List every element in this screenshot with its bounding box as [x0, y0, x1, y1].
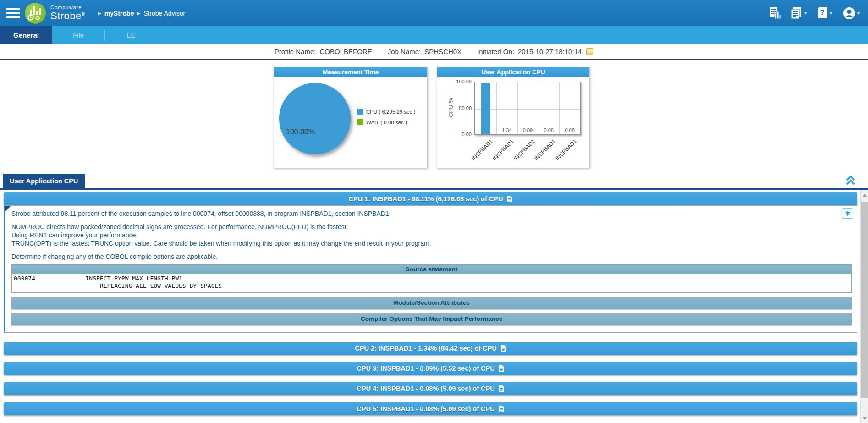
help-book-icon[interactable]: ? ▾	[817, 7, 832, 20]
cpu-3-header[interactable]: CPU 3: INSPBAD1 - 0.09% (5.52 sec) of CP…	[4, 362, 857, 375]
module-section-attributes-bar[interactable]: Module/Section Attributes	[11, 297, 852, 309]
cpu-1-body: ✱ Strobe attributed 98.11 percent of the…	[4, 205, 857, 333]
registered-mark: ®	[82, 11, 85, 16]
document-icon[interactable]	[499, 405, 505, 412]
advisory-line: Using RENT can improve your performance.	[11, 231, 852, 239]
advisory-line: Determine if changing any of the COBOL c…	[11, 253, 852, 261]
document-icon[interactable]	[499, 385, 505, 392]
cpu-collapsed-header-label: CPU 4: INSPBAD1 - 0.08% (5.09 sec) of CP…	[357, 382, 494, 395]
gear-icon: ⚙	[35, 15, 41, 21]
advisory-line: TRUNC(OPT) is the fastest TRUNC option v…	[11, 239, 852, 247]
scrollbar-thumb[interactable]	[861, 202, 868, 398]
initiated-on-value: 2015-10-27 18:10:14	[518, 48, 582, 55]
x-axis-category-label: INSPBAD1	[533, 138, 557, 162]
collapse-all-icon[interactable]	[845, 175, 856, 186]
cpu-collapsed-header-label: CPU 3: INSPBAD1 - 0.09% (5.52 sec) of CP…	[357, 362, 494, 375]
source-statement-header: Source statement	[12, 265, 851, 274]
advisory-line	[11, 218, 852, 223]
gridline	[496, 82, 497, 134]
pie-chart: 100.00% CPU ( 6,295.29 sec ) WAIT ( 0.00…	[274, 77, 427, 168]
y-tick-0: 0.00	[451, 132, 472, 137]
strobe-advisor-page: ⚙ ⚙ Compuware Strobe® ▶ myStrobe ▶ Strob…	[0, 0, 868, 423]
tab-file[interactable]: File	[52, 26, 104, 44]
brand-text: Compuware Strobe®	[50, 5, 85, 21]
vertical-scrollbar[interactable]	[860, 190, 868, 423]
cpu-details-panel: CPU 1: INSPBAD1 - 98.11% (6,176.08 sec) …	[0, 190, 868, 423]
breadcrumb-strobe-advisor[interactable]: Strobe Advisor	[143, 10, 185, 17]
gridline	[517, 82, 518, 134]
cpu-collapsed-header-label: CPU 5: INSPBAD1 - 0.08% (5.09 sec) of CP…	[357, 402, 494, 415]
cpu-1-header-label: CPU 1: INSPBAD1 - 98.11% (6,176.08 sec) …	[349, 192, 503, 205]
document-icon[interactable]	[500, 345, 506, 352]
cpu-4-header[interactable]: CPU 4: INSPBAD1 - 0.08% (5.09 sec) of CP…	[4, 382, 857, 395]
cpu-collapsed-header-label: CPU 2: INSPBAD1 - 1.34% (84.42 sec) of C…	[355, 342, 496, 355]
breadcrumb-mystrobe[interactable]: myStrobe	[104, 10, 134, 17]
pie-data-label: 100.00%	[286, 128, 315, 136]
document-icon[interactable]	[506, 195, 512, 203]
source-statement-body: 000074 INSPECT PYPW-MAX-LENGTH-PW1 REPLA…	[12, 274, 851, 292]
tab-general[interactable]: General	[0, 26, 52, 44]
breadcrumb-arrow-icon: ▶	[137, 11, 140, 16]
bar-chart: CPU % 100.00 50.00 0.00 1.340.090.080.08…	[437, 77, 589, 168]
x-axis-category-label: INSPBAD1	[491, 138, 515, 162]
user-application-cpu-title: User Application CPU	[437, 67, 589, 77]
top-header: ⚙ ⚙ Compuware Strobe® ▶ myStrobe ▶ Strob…	[0, 0, 868, 26]
chevron-down-icon: ▾	[804, 11, 807, 16]
measurement-time-panel: Measurement Time 100.00% CPU ( 6,295.29 …	[274, 67, 428, 168]
advisory-line	[11, 247, 852, 253]
legend-label-cpu: CPU ( 6,295.29 sec )	[366, 109, 415, 115]
bar-plot: 1.340.090.080.08	[474, 82, 581, 135]
compiler-options-bar[interactable]: Compiler Options That May Impact Perform…	[11, 313, 852, 325]
bar-value-label: 0.09	[517, 127, 538, 133]
breadcrumb: ▶ myStrobe ▶ Strobe Advisor	[98, 10, 185, 17]
advisory-text: Strobe attributed 98.11 percent of the e…	[11, 209, 852, 261]
job-name-value: SPHSCH0X	[424, 48, 461, 55]
profile-name-value: COBOLBEFORE	[320, 48, 372, 55]
gridline	[538, 82, 538, 134]
initiated-on-label: Initiated On:	[477, 48, 514, 55]
bar-value-label: 0.08	[538, 127, 559, 133]
x-axis-category-label: INSPBAD1	[554, 138, 578, 162]
report-chart-icon[interactable]	[769, 7, 781, 20]
document-icon[interactable]	[499, 365, 505, 372]
chevron-down-icon: ▾	[857, 11, 860, 16]
scroll-up-button[interactable]	[861, 192, 868, 199]
tab-le[interactable]: LE	[105, 26, 157, 44]
report-list-icon[interactable]: ▾	[791, 7, 807, 20]
bar-cpu-1	[481, 83, 490, 134]
x-axis-category-label: INSPBAD1	[512, 138, 536, 162]
header-icon-group: ▾ ? ▾ ▾	[769, 6, 860, 20]
collapsed-cpu-list: CPU 2: INSPBAD1 - 1.34% (84.42 sec) of C…	[4, 342, 857, 415]
breadcrumb-arrow-icon: ▶	[98, 11, 101, 16]
profile-name-label: Profile Name:	[275, 48, 316, 55]
gridline	[475, 109, 580, 110]
pie-slice-cpu	[279, 83, 351, 154]
cpu-5-header[interactable]: CPU 5: INSPBAD1 - 0.08% (5.09 sec) of CP…	[4, 402, 857, 415]
legend-item-cpu: CPU ( 6,295.29 sec )	[357, 109, 415, 115]
note-icon[interactable]	[586, 48, 593, 55]
legend-swatch-cpu	[357, 109, 363, 115]
brand-compuware: Compuware	[50, 5, 85, 10]
legend-label-wait: WAIT ( 0.00 sec )	[366, 120, 407, 125]
hamburger-menu-icon[interactable]	[6, 8, 20, 18]
job-name-label: Job Name:	[388, 48, 421, 55]
advisory-line: NUMPROC directs how packed/zoned decimal…	[11, 223, 852, 231]
user-account-icon[interactable]: ▾	[842, 6, 860, 20]
user-application-cpu-panel: User Application CPU CPU % 100.00 50.00 …	[437, 67, 590, 168]
y-tick-100: 100.00	[451, 79, 472, 84]
y-tick-50: 50.00	[451, 105, 472, 111]
bar-value-label: 0.08	[559, 127, 580, 133]
cpu-1-header[interactable]: CPU 1: INSPBAD1 - 98.11% (6,176.08 sec) …	[4, 192, 857, 205]
tab-bar: General File LE	[0, 26, 868, 44]
section-tab-user-application-cpu[interactable]: User Application CPU	[3, 174, 85, 188]
bar-xlabels: INSPBAD1INSPBAD1INSPBAD1INSPBAD1INSPBAD1	[474, 138, 581, 170]
legend-item-wait: WAIT ( 0.00 sec )	[357, 119, 415, 125]
scroll-down-button[interactable]	[861, 414, 868, 422]
profile-info-bar: Profile Name: COBOLBEFORE Job Name: SPHS…	[0, 44, 868, 59]
gridline	[559, 82, 560, 134]
advisor-bug-icon[interactable]: ✱	[842, 208, 853, 219]
corner-notch	[5, 206, 11, 212]
cpu-2-header[interactable]: CPU 2: INSPBAD1 - 1.34% (84.42 sec) of C…	[4, 342, 857, 355]
strobe-logo-icon: ⚙ ⚙	[25, 3, 46, 24]
gear-icon: ⚙	[27, 13, 35, 22]
